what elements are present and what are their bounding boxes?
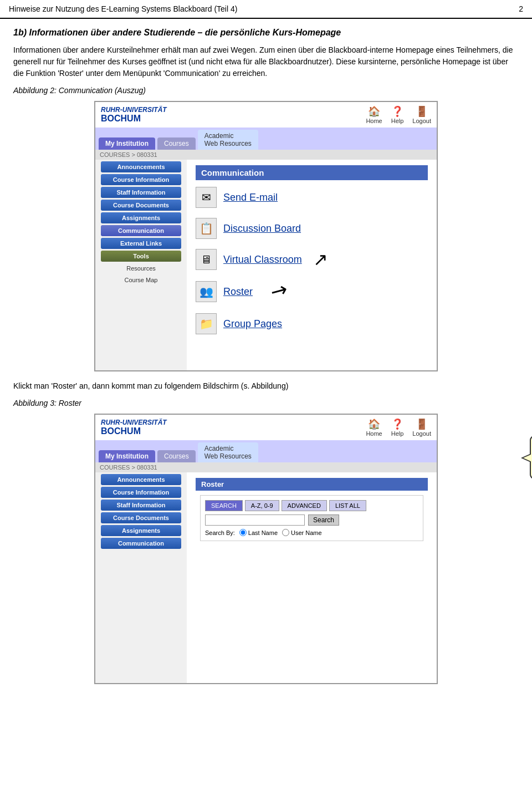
- sidebar-external-links[interactable]: External Links: [101, 238, 181, 249]
- roster-tab-advanced[interactable]: ADVANCED: [282, 500, 327, 511]
- bb-logo-1: RUHR-UNIVERSITÄT BOCHUM: [101, 106, 167, 124]
- logout-label: Logout: [412, 118, 431, 124]
- page-header-title: Hinweise zur Nutzung des E-Learning Syst…: [9, 4, 237, 13]
- bb-body-1: Announcements Course Information Staff I…: [95, 160, 437, 370]
- comm-item-discussion: 📋 Discussion Board: [196, 218, 428, 239]
- roster-search-by: Search By: Last Name User Name: [205, 529, 418, 536]
- bb-main-1: Communication ✉ Send E-mail 📋 Discussion…: [187, 160, 437, 370]
- home-label: Home: [366, 118, 382, 124]
- comm-item-classroom: 🖥 Virtual Classroom ↗: [196, 249, 428, 270]
- roster-tabs: SEARCH A-Z, 0-9 ADVANCED LIST ALL: [205, 500, 418, 511]
- bb-nav-logout[interactable]: 🚪 Logout: [412, 105, 431, 124]
- search-by-label: Search By:: [205, 529, 235, 536]
- speech-bubble: Registerkarten mit Suchfunktion und 'Lis…: [530, 436, 532, 479]
- sidebar-course-info[interactable]: Course Information: [101, 174, 181, 185]
- sb2-course-docs[interactable]: Course Documents: [101, 512, 181, 523]
- logout-icon: 🚪: [416, 105, 428, 118]
- home-icon-2: 🏠: [368, 418, 380, 430]
- bb-logo2-line1: RUHR-UNIVERSITÄT: [101, 419, 167, 426]
- bb2-nav-home[interactable]: 🏠 Home: [366, 418, 382, 437]
- radio-username[interactable]: [282, 529, 289, 536]
- bb-main-title-1: Communication: [196, 165, 428, 180]
- bb-body-2: Announcements Course Information Staff I…: [95, 472, 437, 683]
- comm-item-email: ✉ Send E-mail: [196, 187, 428, 208]
- bb-nav-home[interactable]: 🏠 Home: [366, 105, 382, 124]
- help-icon: ❓: [391, 105, 403, 118]
- email-link[interactable]: Send E-mail: [223, 192, 278, 203]
- sidebar-resources[interactable]: Resources: [101, 263, 181, 273]
- help-label: Help: [391, 118, 404, 124]
- bb-screenshot-2: RUHR-UNIVERSITÄT BOCHUM 🏠 Home ❓ Help 🚪 …: [94, 414, 438, 684]
- arrow-down-icon: ↙: [266, 277, 292, 305]
- sidebar-assignments[interactable]: Assignments: [101, 212, 181, 223]
- bb2-nav-help[interactable]: ❓ Help: [391, 418, 404, 437]
- bb-nav-icons-2: 🏠 Home ❓ Help 🚪 Logout: [366, 418, 431, 437]
- roster-tab-listall[interactable]: LIST ALL: [329, 500, 366, 511]
- discussion-icon: 📋: [196, 218, 217, 239]
- sidebar-announcements[interactable]: Announcements: [101, 161, 181, 172]
- classroom-link[interactable]: Virtual Classroom: [223, 254, 302, 266]
- sb2-staff-info[interactable]: Staff Information: [101, 500, 181, 511]
- bb-nav-icons-1: 🏠 Home ❓ Help 🚪 Logout: [366, 105, 431, 124]
- fig2-caption: Abbildung 2: Communication (Auszug): [13, 85, 519, 96]
- bb2-nav-logout[interactable]: 🚪 Logout: [412, 418, 431, 437]
- bb-main-2: Roster SEARCH A-Z, 0-9 ADVANCED LIST ALL…: [187, 472, 437, 683]
- sb2-communication[interactable]: Communication: [101, 538, 181, 549]
- bb-nav-help[interactable]: ❓ Help: [391, 105, 404, 124]
- page-header: Hinweise zur Nutzung des E-Learning Syst…: [0, 0, 532, 19]
- bb-breadcrumb-1: COURSES > 080331: [95, 150, 437, 160]
- comm-item-roster: 👥 Roster ↙: [196, 280, 428, 303]
- roster-tab-az[interactable]: A-Z, 0-9: [245, 500, 279, 511]
- sb2-announcements[interactable]: Announcements: [101, 474, 181, 485]
- sb2-course-info[interactable]: Course Information: [101, 487, 181, 498]
- section1-para1: Informationen über andere Kursteilnehmer…: [13, 44, 519, 79]
- radio-lastname[interactable]: [239, 529, 247, 536]
- fig3-caption: Abbildung 3: Roster: [13, 398, 519, 409]
- classroom-icon: 🖥: [196, 249, 217, 270]
- roster-icon: 👥: [196, 281, 217, 302]
- roster-search-button[interactable]: Search: [308, 514, 339, 526]
- grouppage-icon: 📁: [196, 313, 217, 334]
- home-label-2: Home: [366, 430, 382, 437]
- arrow-right-icon: ↗: [313, 249, 328, 270]
- radio-lastname-label[interactable]: Last Name: [239, 529, 278, 536]
- bb-tab-academic[interactable]: AcademicWeb Resources: [198, 130, 258, 150]
- bb2-tab-myinstitution[interactable]: My Institution: [99, 450, 155, 462]
- bb-logo-line1: RUHR-UNIVERSITÄT: [101, 106, 167, 114]
- bb-logo-line2: BOCHUM: [101, 114, 167, 124]
- bb2-tab-courses[interactable]: Courses: [157, 450, 196, 462]
- bb-sidebar-1: Announcements Course Information Staff I…: [95, 160, 187, 370]
- grouppage-link[interactable]: Group Pages: [223, 318, 282, 330]
- bb-main-title-2: Roster: [196, 478, 428, 491]
- help-icon-2: ❓: [391, 418, 403, 430]
- section1-heading: 1b) Informationen über andere Studierend…: [13, 28, 519, 38]
- roster-link[interactable]: Roster: [223, 286, 253, 298]
- bb-logo2-line2: BOCHUM: [101, 426, 167, 436]
- bb-tabs-2: My Institution Courses AcademicWeb Resou…: [95, 440, 437, 462]
- email-icon: ✉: [196, 187, 217, 208]
- sb2-assignments[interactable]: Assignments: [101, 525, 181, 536]
- page-number: 2: [519, 4, 523, 13]
- bb-tab-courses[interactable]: Courses: [157, 137, 196, 150]
- radio-username-label[interactable]: User Name: [282, 529, 322, 536]
- logout-label-2: Logout: [412, 430, 431, 437]
- sidebar-tools[interactable]: Tools: [101, 251, 181, 262]
- discussion-link[interactable]: Discussion Board: [223, 223, 301, 235]
- sidebar-staff-info[interactable]: Staff Information: [101, 187, 181, 198]
- sidebar-course-docs[interactable]: Course Documents: [101, 200, 181, 211]
- bb-tab-myinstitution[interactable]: My Institution: [99, 137, 155, 150]
- bb-logo-2: RUHR-UNIVERSITÄT BOCHUM: [101, 419, 167, 436]
- roster-search-row: Search: [205, 514, 418, 526]
- roster-search-area: SEARCH A-Z, 0-9 ADVANCED LIST ALL Search…: [200, 495, 423, 541]
- section2-para1: Klickt man 'Roster' an, dann kommt man z…: [13, 380, 519, 392]
- sidebar-course-map[interactable]: Course Map: [101, 275, 181, 285]
- roster-tab-search[interactable]: SEARCH: [205, 500, 243, 511]
- bb2-tab-academic[interactable]: AcademicWeb Resources: [198, 442, 258, 462]
- bb-screenshot-1: RUHR-UNIVERSITÄT BOCHUM 🏠 Home ❓ Help 🚪 …: [94, 101, 438, 371]
- sidebar-communication[interactable]: Communication: [101, 225, 181, 236]
- bb-breadcrumb-2: COURSES > 080331: [95, 462, 437, 472]
- roster-search-input[interactable]: [205, 514, 305, 526]
- comm-item-grouppage: 📁 Group Pages: [196, 313, 428, 334]
- bb-header-2: RUHR-UNIVERSITÄT BOCHUM 🏠 Home ❓ Help 🚪 …: [95, 415, 437, 440]
- bb-tabs-1: My Institution Courses AcademicWeb Resou…: [95, 128, 437, 150]
